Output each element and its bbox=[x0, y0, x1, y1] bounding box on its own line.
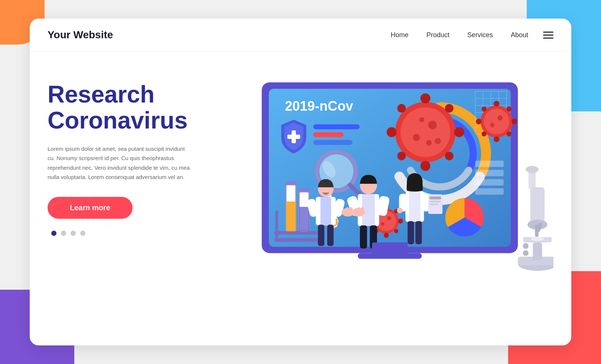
svg-point-56 bbox=[476, 118, 481, 124]
svg-point-32 bbox=[413, 134, 420, 141]
svg-point-25 bbox=[454, 127, 464, 137]
svg-rect-61 bbox=[475, 170, 504, 176]
svg-rect-90 bbox=[360, 225, 367, 248]
svg-rect-63 bbox=[475, 188, 504, 195]
svg-point-34 bbox=[419, 117, 424, 122]
svg-point-51 bbox=[507, 107, 511, 111]
svg-point-42 bbox=[384, 233, 389, 238]
svg-point-49 bbox=[484, 109, 509, 134]
svg-point-50 bbox=[494, 101, 499, 106]
svg-point-52 bbox=[511, 118, 517, 124]
learn-more-button[interactable]: Learn more bbox=[48, 197, 133, 219]
svg-rect-120 bbox=[346, 207, 349, 213]
svg-rect-99 bbox=[430, 204, 438, 205]
hero-title: Research Coronavirus bbox=[48, 81, 218, 134]
carousel-dot-4[interactable] bbox=[80, 231, 85, 236]
svg-point-23 bbox=[420, 93, 431, 103]
svg-point-106 bbox=[526, 166, 538, 173]
svg-rect-62 bbox=[475, 179, 504, 185]
hero-description: Lorem ipsum dolor sit amet, sea putant s… bbox=[48, 144, 192, 182]
svg-point-28 bbox=[397, 152, 406, 160]
carousel-dot-3[interactable] bbox=[71, 231, 76, 236]
svg-point-29 bbox=[387, 127, 397, 137]
nav-link-about[interactable]: About bbox=[511, 31, 528, 39]
svg-rect-121 bbox=[350, 207, 353, 213]
svg-point-33 bbox=[426, 140, 432, 146]
svg-rect-98 bbox=[430, 201, 441, 202]
svg-rect-8 bbox=[314, 140, 353, 145]
svg-point-58 bbox=[498, 116, 503, 120]
svg-rect-103 bbox=[415, 221, 422, 244]
svg-point-30 bbox=[397, 104, 406, 113]
svg-point-55 bbox=[482, 131, 487, 136]
svg-point-47 bbox=[381, 222, 384, 226]
svg-rect-83 bbox=[318, 225, 324, 246]
svg-point-53 bbox=[507, 131, 511, 136]
svg-point-41 bbox=[394, 229, 398, 233]
hero-illustration: 2019-nCov bbox=[233, 74, 553, 304]
nav-item-home[interactable]: Home bbox=[391, 31, 409, 39]
svg-point-27 bbox=[420, 161, 431, 171]
nav-item-product[interactable]: Product bbox=[426, 31, 449, 39]
svg-rect-60 bbox=[475, 160, 504, 167]
nav-link-product[interactable]: Product bbox=[426, 31, 449, 39]
svg-rect-102 bbox=[407, 221, 414, 244]
svg-rect-104 bbox=[409, 192, 420, 222]
hamburger-line-3 bbox=[543, 38, 553, 39]
svg-rect-97 bbox=[430, 196, 441, 199]
svg-point-101 bbox=[397, 208, 403, 213]
svg-rect-5 bbox=[287, 134, 300, 139]
hero-title-line1: Research bbox=[48, 81, 155, 108]
svg-point-22 bbox=[400, 107, 450, 157]
hero-title-line2: Coronavirus bbox=[48, 107, 188, 134]
svg-point-59 bbox=[490, 123, 494, 127]
svg-point-117 bbox=[531, 237, 544, 241]
hamburger-menu-icon[interactable] bbox=[543, 32, 553, 39]
svg-rect-70 bbox=[286, 202, 296, 231]
hamburger-line-2 bbox=[543, 35, 553, 36]
svg-rect-85 bbox=[321, 197, 331, 225]
svg-text:2019-nCov: 2019-nCov bbox=[285, 98, 354, 114]
carousel-dots bbox=[48, 231, 218, 236]
svg-rect-68 bbox=[285, 181, 297, 185]
main-card: Your Website Home Product Services About bbox=[30, 19, 571, 345]
site-logo: Your Website bbox=[48, 29, 391, 41]
svg-point-46 bbox=[387, 216, 391, 220]
nav-link-home[interactable]: Home bbox=[391, 31, 409, 39]
svg-point-35 bbox=[435, 138, 441, 144]
hamburger-line-1 bbox=[543, 32, 553, 33]
svg-rect-122 bbox=[357, 207, 360, 213]
hero-section: Research Coronavirus Lorem ipsum dolor s… bbox=[30, 52, 571, 319]
svg-rect-123 bbox=[361, 207, 364, 213]
svg-rect-65 bbox=[274, 238, 324, 242]
nav-item-services[interactable]: Services bbox=[467, 31, 493, 39]
svg-point-31 bbox=[428, 121, 437, 129]
svg-point-26 bbox=[445, 152, 454, 160]
svg-rect-6 bbox=[314, 124, 360, 129]
nav-link-services[interactable]: Services bbox=[467, 31, 493, 39]
carousel-dot-1[interactable] bbox=[51, 231, 56, 236]
svg-rect-73 bbox=[299, 207, 309, 231]
svg-rect-107 bbox=[530, 187, 545, 223]
svg-rect-7 bbox=[314, 132, 344, 137]
illustration-svg: 2019-nCov bbox=[233, 74, 553, 304]
carousel-dot-2[interactable] bbox=[61, 231, 66, 236]
svg-rect-125 bbox=[372, 243, 408, 255]
hero-left: Research Coronavirus Lorem ipsum dolor s… bbox=[48, 74, 218, 236]
svg-point-24 bbox=[445, 104, 454, 113]
svg-rect-64 bbox=[274, 231, 324, 235]
svg-rect-114 bbox=[533, 243, 542, 260]
svg-point-40 bbox=[398, 218, 403, 223]
nav-item-about[interactable]: About bbox=[511, 31, 528, 39]
nav-links: Home Product Services About bbox=[391, 31, 528, 39]
svg-point-116 bbox=[523, 250, 529, 256]
svg-point-57 bbox=[482, 107, 487, 111]
svg-point-54 bbox=[494, 136, 499, 142]
svg-rect-84 bbox=[327, 225, 334, 246]
svg-point-115 bbox=[523, 243, 529, 249]
navbar: Your Website Home Product Services About bbox=[30, 19, 571, 52]
svg-rect-66 bbox=[275, 210, 278, 242]
